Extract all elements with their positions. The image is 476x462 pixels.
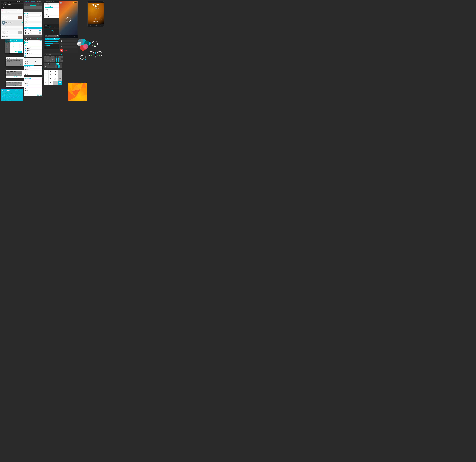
tr3-opt-1[interactable]: Option 1 (24, 87, 42, 89)
key-x[interactable]: x (48, 61, 50, 62)
key-m2[interactable]: m (58, 61, 59, 62)
label-row-3[interactable]: Label 3 (24, 52, 42, 55)
toggle-off-box[interactable] (25, 32, 26, 34)
dribbble-link[interactable]: @chengdave (7, 99, 11, 100)
num-4[interactable]: 4GHI (44, 73, 49, 77)
key-t[interactable]: t (52, 56, 53, 58)
cam-row-2[interactable]: 🎥 (60, 43, 77, 45)
key-f[interactable]: f (50, 58, 51, 60)
list-item-selected[interactable]: A Second item (1, 20, 23, 26)
tr3-ok[interactable]: OK (40, 95, 42, 96)
key-e[interactable]: e (48, 56, 50, 58)
cat-toppaid[interactable]: TOP PAID (36, 1, 42, 3)
phone-home-button[interactable] (95, 25, 96, 26)
num-9[interactable]: 9WXYZ (53, 77, 58, 81)
cam-row-1[interactable]: 🖼 (60, 40, 77, 42)
key-num[interactable]: ?123 (44, 63, 47, 65)
tr3-cancel[interactable]: Cancel (36, 95, 39, 96)
slider-thumb-2[interactable] (51, 43, 52, 44)
rotate-icon[interactable]: ↻ (61, 34, 62, 35)
toggle-on-row[interactable]: Toggle ON ON (24, 30, 42, 32)
num-next[interactable]: Next (58, 81, 62, 85)
message-toolbar[interactable]: ▶ (44, 53, 62, 56)
list-item-1[interactable]: 2-Line List This is some text (1, 15, 23, 20)
dialog-uninstall-cancel[interactable]: Cancel (14, 75, 18, 77)
radio-2[interactable] (46, 45, 48, 46)
key-del2[interactable]: ⌫ (60, 65, 62, 68)
knob-bottom-left[interactable] (89, 51, 94, 56)
num-minus[interactable]: - (58, 70, 62, 73)
done-button[interactable]: ✓ DONE (33, 37, 42, 40)
pressed-btn-1[interactable]: Pressed (44, 38, 52, 40)
key-c[interactable]: c (50, 61, 51, 62)
radio-1[interactable] (44, 45, 46, 46)
key-m[interactable]: m (58, 58, 59, 60)
option-1[interactable]: Option 1 (44, 11, 60, 13)
key-q[interactable]: q (44, 56, 46, 58)
normal-field[interactable]: Normal (24, 25, 42, 27)
search-row[interactable] (44, 8, 60, 11)
checkbox-1[interactable] (48, 45, 50, 46)
normal-btn-1[interactable]: Normal (44, 35, 52, 37)
num-3[interactable]: 3DEF (53, 70, 58, 73)
radio-3[interactable] (50, 45, 51, 46)
pressed-btn-2[interactable]: Pressed (52, 38, 60, 40)
key-del[interactable]: ⌫ (60, 63, 62, 65)
num-0[interactable]: 0+ (49, 81, 53, 85)
cat-category[interactable]: CATEGORY (24, 1, 30, 3)
nav-recent-icon[interactable]: □ (74, 36, 75, 38)
settings-gear-icon[interactable]: ⚙ (85, 56, 86, 57)
num-6[interactable]: 6MNO (53, 73, 58, 77)
key-z[interactable]: z (46, 61, 48, 62)
label-row-2[interactable]: Label 2 (24, 50, 42, 52)
key-u[interactable]: u (56, 56, 57, 58)
tr1-opt-2[interactable]: Option 2 (24, 71, 42, 73)
opt-1[interactable]: Option 1 (24, 58, 34, 60)
tr3-opt-3[interactable]: Option 3 (24, 92, 42, 94)
on-switch[interactable]: ON (39, 30, 41, 31)
key-return[interactable]: Return (56, 63, 60, 65)
key-mic[interactable]: 🎤 (47, 63, 49, 65)
key-p[interactable]: p (61, 56, 63, 58)
key-L[interactable]: L (61, 61, 63, 62)
key-g[interactable]: g (52, 58, 53, 60)
tab-3[interactable]: TAB 3 (36, 3, 42, 6)
key-next[interactable]: Next (58, 65, 60, 68)
num-8[interactable]: 8TUV (49, 77, 53, 81)
phone-recent-icon[interactable]: □ (100, 25, 101, 26)
opt-2[interactable]: Option 2 (24, 60, 34, 62)
key-r[interactable]: r (50, 56, 51, 58)
date-cancel-button[interactable]: Cancel (14, 51, 17, 53)
num-backspace[interactable]: ⌫ (58, 77, 62, 81)
hint-field[interactable]: Hint text (24, 17, 42, 19)
tab-2[interactable]: TAB 2 (30, 3, 36, 6)
num-7[interactable]: 7PQRS (44, 77, 49, 81)
key-v[interactable]: v (52, 61, 53, 62)
message-input[interactable] (44, 53, 60, 55)
key-mic2[interactable]: 🎤 (47, 65, 49, 68)
key-s[interactable]: s (46, 58, 48, 60)
search-input[interactable] (45, 9, 60, 10)
edit-photo-icon[interactable]: ✏ (60, 34, 61, 35)
paste-button[interactable]: PASTE (45, 3, 49, 5)
cancel-button[interactable]: ✕ CANCEL (24, 37, 33, 40)
twitter-link[interactable]: @uijunction (2, 99, 6, 100)
settings-knob[interactable] (80, 55, 84, 60)
opt2-2[interactable]: O (34, 60, 42, 62)
list-item-2[interactable]: Second item (1, 26, 23, 28)
tr2-opt-2[interactable]: Option 2 (24, 82, 42, 85)
opt2-3[interactable]: O (34, 62, 42, 65)
key-shift[interactable]: ⇧ (44, 61, 46, 62)
key-l[interactable]: l (60, 58, 61, 60)
opt-3[interactable]: Option 3 (24, 62, 34, 65)
option-3[interactable]: Option 3 (44, 16, 60, 18)
list-item-4[interactable]: Second item (1, 35, 23, 38)
set-profile-item[interactable]: Set up my profile (1, 11, 23, 13)
key-d[interactable]: d (48, 58, 50, 60)
num-1[interactable]: 1 (44, 70, 49, 73)
opt2-1[interactable]: O (34, 58, 42, 60)
camera-icon-overlay[interactable]: 📷 (60, 2, 62, 4)
num-5[interactable]: 5JKL (49, 73, 53, 77)
num-dot[interactable]: . (58, 73, 62, 77)
nav-home-icon[interactable]: ○ (68, 36, 69, 38)
